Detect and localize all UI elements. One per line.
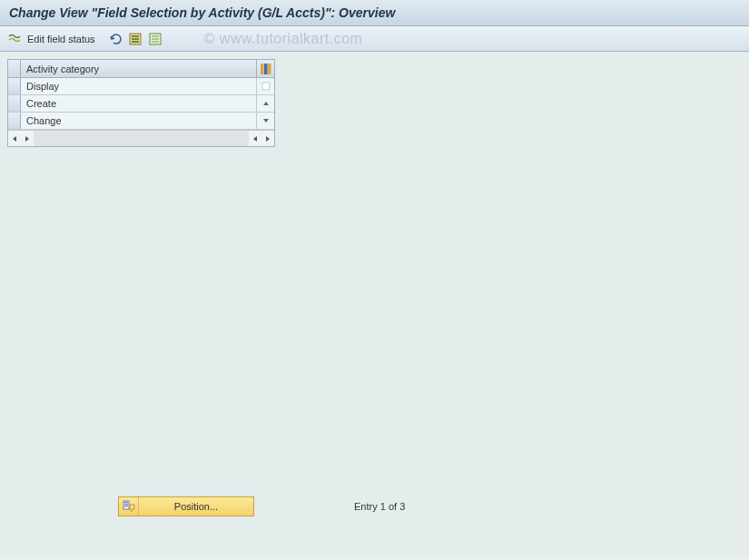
scroll-track[interactable] — [34, 131, 249, 146]
scroll-up-button[interactable] — [256, 95, 274, 112]
row-cell[interactable]: Create — [21, 95, 256, 112]
svg-rect-15 — [124, 506, 128, 506]
svg-rect-1 — [132, 35, 139, 37]
scroll-right-button[interactable] — [21, 131, 34, 146]
row-cell[interactable]: Change — [21, 113, 256, 129]
page-title: Change View "Field Selection by Activity… — [0, 0, 749, 26]
toggle-icon[interactable] — [7, 32, 22, 46]
table-header: Activity category — [8, 60, 274, 78]
content-area: Activity category Display Create — [0, 52, 749, 557]
row-end-blank — [256, 78, 274, 94]
row-cell[interactable]: Display — [21, 78, 256, 94]
svg-rect-14 — [124, 504, 128, 505]
title-text: Change View "Field Selection by Activity… — [9, 5, 395, 20]
position-icon — [119, 497, 139, 516]
row-marker[interactable] — [8, 113, 21, 129]
horizontal-scrollbar — [8, 130, 274, 146]
column-header[interactable]: Activity category — [21, 64, 256, 74]
svg-rect-11 — [262, 83, 270, 90]
select-all-icon[interactable] — [128, 32, 143, 46]
position-label: Position... — [139, 501, 253, 512]
row-marker[interactable] — [8, 78, 21, 94]
svg-rect-2 — [132, 38, 139, 40]
table-row[interactable]: Display — [8, 78, 274, 95]
footer: Position... Entry 1 of 3 — [118, 496, 405, 516]
table-row[interactable]: Change — [8, 113, 274, 130]
scroll-left-button[interactable] — [8, 131, 21, 146]
scroll-left-end-button[interactable] — [249, 131, 261, 146]
toolbar: Edit field status © www.tutorialkart.com — [0, 26, 749, 52]
table-row[interactable]: Create — [8, 95, 274, 113]
entry-counter: Entry 1 of 3 — [354, 501, 405, 512]
undo-icon[interactable] — [108, 32, 123, 46]
watermark: © www.tutorialkart.com — [204, 31, 363, 47]
svg-rect-6 — [152, 38, 159, 40]
svg-rect-5 — [152, 35, 159, 37]
svg-rect-13 — [124, 502, 128, 503]
table-config-button[interactable] — [256, 60, 274, 77]
deselect-all-icon[interactable] — [148, 32, 163, 46]
scroll-down-button[interactable] — [256, 113, 274, 129]
svg-rect-7 — [152, 41, 159, 43]
position-button[interactable]: Position... — [118, 496, 254, 516]
activity-table: Activity category Display Create — [7, 59, 275, 147]
svg-rect-3 — [132, 41, 139, 43]
svg-rect-8 — [261, 64, 264, 74]
scroll-right-end-button[interactable] — [261, 131, 274, 146]
svg-rect-10 — [268, 64, 271, 74]
svg-rect-9 — [264, 64, 268, 74]
header-select-all[interactable] — [8, 60, 21, 77]
row-marker[interactable] — [8, 95, 21, 112]
edit-field-status-link[interactable]: Edit field status — [27, 34, 95, 44]
